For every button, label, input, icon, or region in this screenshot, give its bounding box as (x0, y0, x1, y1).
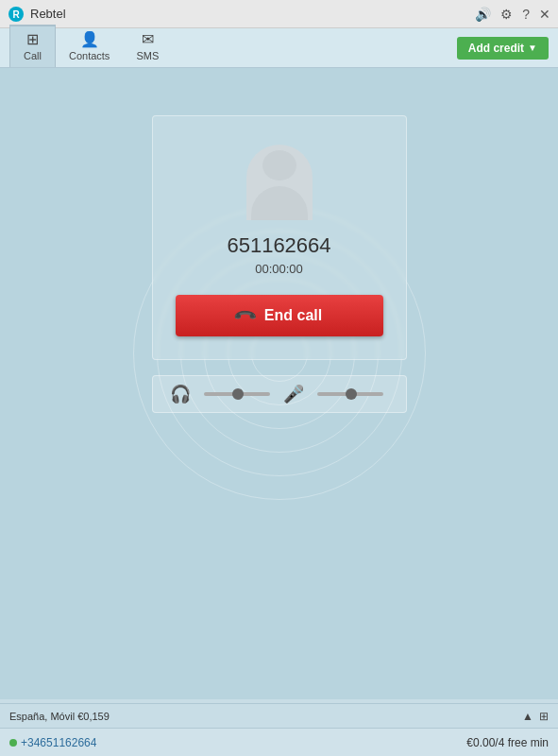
close-icon[interactable]: ✕ (539, 7, 550, 22)
dropdown-arrow-icon: ▼ (528, 43, 537, 53)
contacts-tab-label: Contacts (69, 50, 110, 61)
app-logo-icon: R (8, 6, 25, 23)
nav-bar: ⊞ Call 👤 Contacts ✉ SMS Add credit ▼ (0, 28, 558, 68)
call-card: 651162664 00:00:00 📞 End call (152, 115, 407, 360)
end-call-phone-icon: 📞 (232, 302, 259, 329)
end-call-label: End call (264, 307, 322, 324)
mic-slider-thumb[interactable] (346, 388, 357, 400)
status-bar: España, Móvil €0,159 ▲ ⊞ (0, 703, 558, 728)
headphone-slider-thumb[interactable] (232, 388, 244, 400)
avatar-head (262, 150, 296, 180)
end-call-button[interactable]: 📞 End call (176, 295, 383, 336)
main-content: 651162664 00:00:00 📞 End call 🎧 🎤 (0, 68, 558, 699)
status-icons: ▲ ⊞ (522, 710, 549, 723)
add-credit-button[interactable]: Add credit ▼ (457, 37, 549, 60)
app-title: Rebtel (30, 7, 66, 21)
contacts-tab-icon: 👤 (80, 30, 99, 48)
grid-icon[interactable]: ⊞ (539, 710, 549, 723)
connection-status-dot (9, 739, 17, 747)
bottom-bar: +34651162664 €0.00/4 free min (0, 728, 558, 756)
call-tab-label: Call (24, 50, 42, 61)
credit-display: €0.00/4 free min (466, 736, 549, 749)
avatar-silhouette (246, 145, 313, 220)
phone-number-display: +34651162664 (21, 736, 96, 749)
phone-number: 651162664 (227, 233, 330, 258)
bottom-phone-number: +34651162664 (9, 736, 96, 749)
help-icon[interactable]: ? (522, 7, 530, 22)
call-timer: 00:00:00 (255, 262, 303, 276)
avatar-body (251, 186, 308, 220)
sort-icon[interactable]: ▲ (522, 710, 533, 723)
mic-volume-slider[interactable] (317, 392, 383, 396)
add-credit-label: Add credit (468, 42, 524, 55)
sms-tab-icon: ✉ (142, 30, 154, 48)
tab-contacts[interactable]: 👤 Contacts (56, 26, 123, 67)
volume-icon[interactable]: 🔊 (475, 7, 491, 22)
title-bar-controls: 🔊 ⚙ ? ✕ (475, 7, 550, 22)
headphone-volume-slider[interactable] (204, 392, 270, 396)
title-bar-left: R Rebtel (8, 6, 66, 23)
sms-tab-label: SMS (136, 50, 159, 61)
settings-icon[interactable]: ⚙ (500, 7, 513, 22)
svg-text:R: R (12, 9, 20, 20)
tab-call[interactable]: ⊞ Call (9, 25, 56, 67)
call-rate-label: España, Móvil €0,159 (9, 711, 110, 722)
avatar (237, 135, 322, 220)
title-bar: R Rebtel 🔊 ⚙ ? ✕ (0, 0, 558, 28)
call-tab-icon: ⊞ (26, 30, 39, 48)
tab-sms[interactable]: ✉ SMS (123, 26, 172, 67)
